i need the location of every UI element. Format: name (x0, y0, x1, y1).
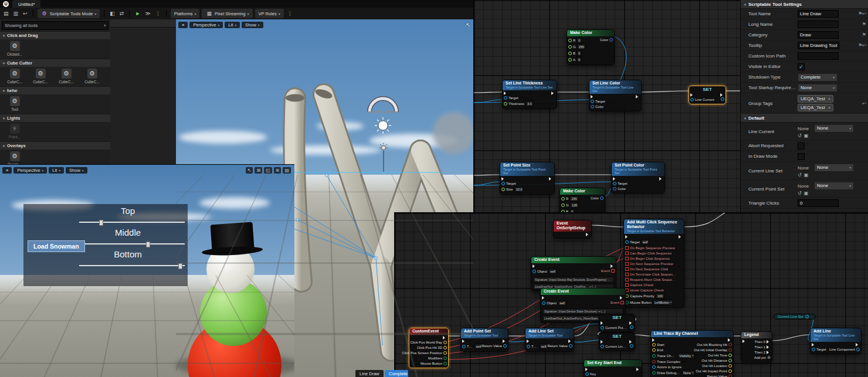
node-dropdown-line[interactable]: Signature: (Input Device Ray Structure, … (533, 277, 614, 283)
bp-node-add-line-set[interactable]: Add Line SetTarget is Scriptable ToolTar… (525, 328, 574, 352)
pin-value-box[interactable]: 100 (656, 293, 664, 299)
bp-node-set-key-start-end[interactable]: Set Key Start EndKeyStartEnd (584, 359, 642, 377)
bp-pin[interactable] (591, 95, 605, 99)
tag-chip[interactable]: UEQA_Test× (798, 95, 833, 103)
bp-pin[interactable]: Color (591, 196, 603, 201)
tool-search-input[interactable]: Showing all tools › (2, 21, 108, 30)
browse-icon[interactable]: ↺ (798, 172, 802, 178)
bp-pin[interactable]: Out Hit Distance (701, 358, 732, 363)
bp-pin[interactable] (504, 91, 534, 95)
slider-handle[interactable] (146, 242, 150, 247)
bp-pin[interactable]: Return Value (482, 344, 507, 348)
object-dropdown[interactable]: None▾ (814, 182, 854, 190)
blueprint-graph-events[interactable]: Event OnScriptSetupAdd Multi Click Seque… (394, 212, 868, 377)
bp-pin[interactable]: Targetself (527, 344, 548, 349)
bp-pin[interactable]: On Begin Sequence Preview (625, 246, 676, 250)
lit-dropdown[interactable]: Lit▾ (49, 167, 64, 174)
bp-pin[interactable] (629, 321, 633, 325)
bp-pin[interactable]: On Next Sequence Preview (625, 261, 676, 266)
platforms-dropdown[interactable]: Platforms ▾ (171, 9, 200, 18)
show-dropdown[interactable]: Show▾ (242, 22, 263, 28)
bp-pin[interactable]: Targetself (462, 344, 483, 349)
tool-section-header[interactable]: ▾Click and Drag (0, 31, 110, 39)
vp-roles-dropdown[interactable]: VP Roles ▾ (255, 9, 284, 18)
use-selected-icon[interactable]: ▣ (804, 133, 809, 138)
bp-node-set-line-thickness[interactable]: Set Line ThicknessTarget is Scriptable T… (502, 80, 557, 109)
revert-icon[interactable]: ↩ (862, 101, 866, 106)
default-section-header[interactable]: ▾ Default (741, 114, 868, 123)
checkbox[interactable] (798, 142, 805, 150)
bp-pin[interactable]: Key (585, 372, 602, 376)
slider-track[interactable] (79, 222, 185, 223)
viewport-control-icon-2[interactable]: ◱ (264, 167, 272, 174)
bp-node-set-line-color[interactable]: Set Line ColorTarget is Scriptable Tool … (589, 80, 642, 111)
object-dropdown[interactable]: None▾ (814, 124, 854, 133)
bp-pin[interactable] (625, 235, 676, 239)
bp-pin[interactable] (620, 296, 624, 300)
pin-value-box[interactable]: 3.0 (525, 101, 534, 107)
bp-node-set[interactable]: SETLine Current (689, 86, 726, 104)
slider-handle[interactable] (99, 220, 103, 226)
bp-pin[interactable]: Then 2 (754, 350, 771, 355)
bp-pin[interactable] (812, 343, 826, 347)
pin-value-box[interactable]: 0 (577, 38, 582, 43)
bp-pin[interactable] (629, 340, 633, 344)
tool-item[interactable]: ⚙CubeC... (55, 69, 78, 84)
skip-icon[interactable]: ≫ (144, 11, 151, 16)
bp-pin[interactable] (636, 368, 640, 371)
editor-mode-dropdown[interactable]: ⚙ Scriptable Tools Mode ▾ (38, 9, 100, 18)
bp-pin[interactable]: Out Hit Blocking Hit (697, 342, 732, 347)
bp-node-event-onscriptsetup[interactable]: Event OnScriptSetup (553, 220, 592, 239)
bp-pin[interactable]: On Terminate Click Sequence (625, 272, 676, 277)
bp-pin[interactable]: Draw Debug TypeNone▾ (652, 370, 695, 376)
bp-node-make-color[interactable]: Make ColorR255G128B0A0Color (560, 188, 605, 212)
bp-pin[interactable]: Capture Priority100 (625, 293, 676, 299)
bp-pin[interactable]: Target (613, 181, 628, 186)
snowman-viewport[interactable]: Load Snowman TopMiddleBottom ≡ Perspecti… (0, 164, 294, 377)
bp-pin[interactable]: Add pin⊕ (754, 355, 771, 360)
bp-pin[interactable] (856, 343, 860, 347)
remove-tag-icon[interactable]: × (828, 104, 831, 111)
bp-pin[interactable]: On Begin Click Sequence (625, 256, 676, 261)
dropdown[interactable]: None▾ (798, 84, 838, 92)
pin-value-box[interactable]: self (540, 344, 548, 349)
play-options-kebab-icon[interactable]: ⋮ (154, 11, 162, 16)
bp-pin[interactable]: B0 (568, 50, 586, 56)
bp-pin[interactable] (601, 321, 628, 325)
bp-pin[interactable]: Trace ChannelVisibility▾ (652, 353, 695, 359)
flag-icon[interactable]: ⚑ (858, 43, 862, 48)
bp-pin[interactable]: Then 1 (754, 345, 771, 349)
browse-icon[interactable]: ↺ (798, 191, 802, 196)
pin-value-box[interactable]: 255 (569, 196, 578, 202)
bp-pin[interactable]: Line Current (690, 97, 714, 102)
bp-pin[interactable]: Request Abort Click Sequence (625, 277, 676, 282)
bp-pin[interactable] (690, 93, 714, 97)
perspective-dropdown[interactable]: Perspective▾ (13, 167, 47, 174)
pin-value-box[interactable]: 10.0 (514, 186, 524, 192)
bp-pin[interactable]: Hover Capture Check (625, 288, 676, 293)
bp-pin[interactable] (503, 339, 507, 343)
bp-node-customevent[interactable]: CustomEventClick Pos World RayClick Pos … (409, 328, 449, 368)
bp-pin[interactable] (720, 93, 724, 97)
text-field[interactable] (798, 21, 839, 28)
bp-pin[interactable]: Objectself (542, 300, 567, 306)
bp-pin[interactable] (630, 344, 633, 348)
save-icon[interactable]: ▤ (2, 11, 10, 16)
bp-pin[interactable] (551, 91, 555, 95)
bp-pin[interactable]: Out Hit Initial Overlap (694, 348, 732, 352)
bp-pin[interactable] (601, 340, 628, 344)
bp-pin[interactable]: R255 (561, 196, 579, 202)
text-field[interactable]: Line Draw (798, 10, 839, 18)
bp-pin[interactable]: Line Component (829, 347, 860, 352)
bp-node-set[interactable]: SETCurrent Line Set (599, 332, 635, 351)
bp-node-line-trace-by-channel[interactable]: Line Trace By ChannelStartEndTrace Chann… (650, 330, 734, 377)
bp-pin[interactable] (533, 264, 557, 268)
bp-pin[interactable] (568, 339, 572, 343)
bp-pin[interactable]: Out Hit Time (708, 353, 732, 358)
bp-pin[interactable]: A0 (568, 57, 586, 63)
bp-pin[interactable] (542, 296, 567, 300)
bp-pin[interactable]: Capture Check (625, 283, 676, 287)
flag-icon[interactable]: ⚑ (862, 32, 866, 38)
bp-pin[interactable]: Event (601, 269, 615, 273)
blueprint-graph-linestyle[interactable]: Make ColorR0G255B0A0ColorSet Line Thickn… (473, 0, 741, 212)
